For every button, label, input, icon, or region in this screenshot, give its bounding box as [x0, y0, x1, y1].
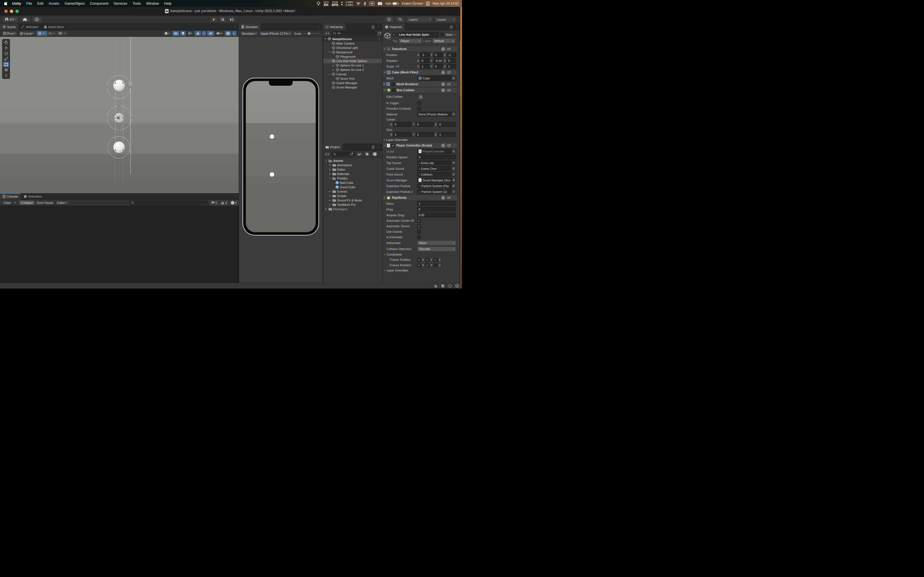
hierarchy-item-sphere-on-line-1[interactable]: ▶Sphere On Line 1 [323, 63, 382, 68]
tab-animation[interactable]: Animation [21, 193, 45, 200]
keyboard-icon[interactable] [378, 2, 382, 5]
draw-mode-dropdown[interactable]: ▾ [163, 31, 171, 36]
debugger-disabled-icon[interactable] [432, 283, 439, 288]
scale-z-input[interactable]: 1 [447, 64, 456, 69]
simulator-viewport[interactable] [239, 37, 323, 283]
console-info-count[interactable]: !0 [209, 200, 219, 206]
lock-open-icon[interactable] [372, 145, 375, 149]
menubar-item-help[interactable]: Help [164, 2, 171, 5]
explosion-particle-field[interactable]: ∴Particle System (Par⊙ [417, 184, 456, 188]
mesh-renderer-enabled-checkbox[interactable] [391, 82, 395, 86]
pause-button[interactable] [219, 16, 227, 23]
project-item-good-cube[interactable]: Good Cube [323, 185, 382, 189]
mesh-object-field[interactable]: Cube ⊙ [417, 76, 456, 81]
cpu-status[interactable]: CPU8% [323, 1, 329, 6]
tag-dropdown[interactable]: Player▾ [399, 39, 422, 44]
hierarchy-item-line-that-holds-spheres[interactable]: ▼Line that Holds Sphere [323, 59, 382, 63]
simulator-mode-dropdown[interactable]: Simulator▾ [240, 31, 258, 36]
view-hand-tool[interactable] [3, 40, 9, 45]
pop-out-icon[interactable] [378, 32, 381, 35]
gizmos-toggle[interactable] [225, 31, 231, 36]
is-trigger-checkbox[interactable] [417, 102, 421, 105]
step-button[interactable] [228, 16, 236, 23]
project-item-sound-fx-music[interactable]: ▶Sound FX & Music [323, 198, 382, 203]
interpolate-dropdown[interactable]: None▾ [417, 240, 456, 245]
lock-open-icon[interactable] [450, 25, 453, 29]
rotation-x-input[interactable]: 0 [420, 58, 429, 63]
auto-tensor-checkbox[interactable]: ✓ [417, 224, 421, 228]
menubar-item-tools[interactable]: Tools [132, 2, 141, 5]
presets-icon[interactable] [447, 83, 451, 86]
project-create-button[interactable]: +▾ [324, 152, 330, 156]
hierarchy-scene-row[interactable]: ▼ SampleScene ⋮ [323, 37, 382, 41]
project-item-bad-cube[interactable]: Bad Cube [323, 181, 382, 185]
project-item-animations[interactable]: ▶Animations [323, 163, 382, 167]
grid-visibility-toggle[interactable] [47, 31, 53, 36]
mass-input[interactable]: 1 [417, 201, 456, 206]
console-warning-count[interactable]: !0 [219, 200, 229, 206]
position-z-input[interactable]: -1 [447, 53, 456, 57]
freeze-rot-y-checkbox[interactable]: ✓ [425, 263, 429, 267]
is-kinematic-checkbox[interactable] [417, 235, 421, 239]
battery-status[interactable]: %84 [385, 2, 399, 5]
menubar-item-unity[interactable]: Unity [12, 2, 21, 5]
object-picker-icon[interactable]: ⊙ [451, 76, 456, 80]
menubar-item-component[interactable]: Component [90, 2, 108, 5]
scene-viewport[interactable] [0, 37, 239, 193]
component-kebab-icon[interactable]: ⋮ [453, 47, 456, 51]
static-checkbox[interactable] [440, 33, 444, 36]
hierarchy-item-background[interactable]: ▼Background [323, 50, 382, 55]
menubar-item-gameobject[interactable]: GameObject [65, 2, 85, 5]
disclosure-open-icon[interactable]: ▼ [384, 48, 386, 50]
scale-tool[interactable] [3, 56, 9, 61]
console-menu-kebab-icon[interactable]: ⋮ [233, 195, 236, 198]
presets-icon[interactable] [447, 196, 451, 199]
drag-input[interactable]: 0 [417, 207, 456, 211]
explosion-particle-2-field[interactable]: ∴Particle System (1)⊙ [417, 189, 456, 194]
player-controller-header[interactable]: ▼ # ✓ Player Controller (Script) ?⋮ [383, 142, 457, 148]
static-dropdown-icon[interactable]: ▾ [454, 33, 456, 36]
hierarchy-item-canvas[interactable]: ▼Canvas [323, 72, 382, 76]
tab-simulator[interactable]: Simulator [239, 24, 261, 30]
center-x-input[interactable]: 0 [393, 122, 411, 127]
project-item-scripts[interactable]: ▶Scripts [323, 194, 382, 198]
project-item-prefabs[interactable]: ▼Prefabs [323, 176, 382, 181]
score-manager-field[interactable]: #Score Manager (Sco⊙ [417, 178, 456, 182]
hierarchy-item-main-camera[interactable]: Main Camera [323, 41, 382, 46]
project-item-packages[interactable]: ▶Packages [323, 207, 382, 211]
scene-visibility-toggle[interactable] [207, 31, 214, 36]
tab-inspector[interactable]: Inspector [382, 24, 405, 30]
handle-rotation-dropdown[interactable]: Local▾ [18, 31, 35, 36]
pop-out-icon[interactable] [350, 153, 353, 156]
inspector-menu-kebab-icon[interactable]: ⋮ [455, 25, 458, 29]
tab-asset-store[interactable]: Asset Store [41, 24, 67, 30]
layer-dropdown[interactable]: Default▾ [432, 39, 456, 44]
rect-tool[interactable] [3, 62, 9, 67]
console-search-input[interactable] [129, 201, 208, 205]
menubar-item-file[interactable]: File [26, 2, 32, 5]
use-gravity-checkbox[interactable] [417, 230, 421, 234]
user-menu[interactable]: Erdem Özmen [402, 2, 423, 5]
console-collapse-toggle[interactable]: Collapse [19, 200, 35, 205]
simulator-scale-slider[interactable] [303, 33, 320, 34]
auto-center-checkbox[interactable]: ✓ [417, 219, 421, 222]
rotate-tool[interactable] [3, 51, 9, 56]
2d-mode-toggle[interactable]: 2D [172, 31, 179, 36]
edit-collider-button[interactable] [417, 94, 424, 100]
presets-icon[interactable] [447, 48, 451, 50]
effects-dropdown[interactable]: ▾ [202, 31, 206, 36]
gameobject-name-field[interactable]: Line that Holds Sphe [397, 32, 439, 37]
sphere-on-line-1[interactable] [113, 80, 125, 91]
tab-animator[interactable]: Animator [19, 24, 41, 30]
position-x-input[interactable]: -1 [420, 53, 429, 57]
tap-sound-field[interactable]: ♪Every tap⊙ [417, 160, 456, 165]
camera-settings-button[interactable]: ▾ [215, 31, 224, 36]
scene-audio-toggle[interactable] [187, 31, 194, 36]
search-by-label-button[interactable] [364, 152, 370, 156]
freeze-pos-z-checkbox[interactable]: ✓ [434, 258, 438, 261]
minimize-window-button[interactable] [10, 10, 13, 13]
hierarchy-item-sphere-on-line-2[interactable]: ▶Sphere On Line 2 [323, 68, 382, 72]
scene-menu-kebab-icon[interactable]: ⋮ [233, 25, 236, 29]
effects-toggle[interactable] [194, 31, 201, 36]
presets-icon[interactable] [447, 89, 451, 92]
